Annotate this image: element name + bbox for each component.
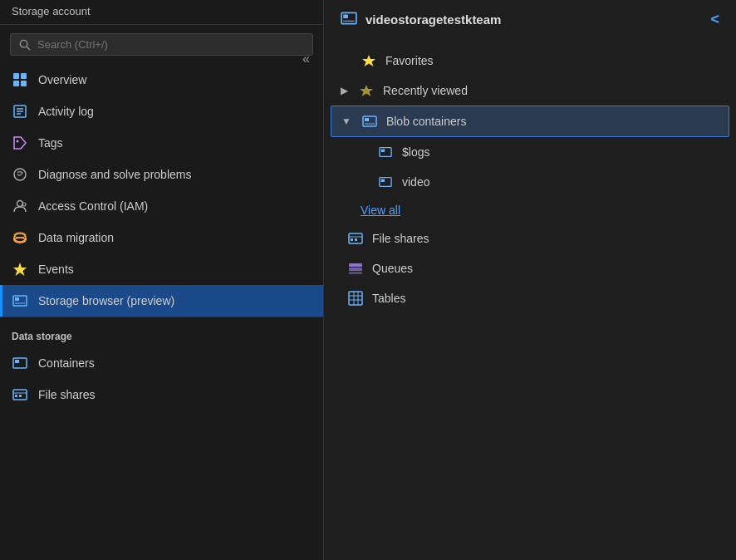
tree-item-logs[interactable]: $logs [324,137,736,167]
sidebar-item-overview[interactable]: Overview [0,64,323,96]
tree-item-tables-label: Tables [372,292,405,305]
tree-item-tables[interactable]: Tables [324,283,736,313]
tree-item-file-shares-label: File shares [372,232,429,245]
sidebar-item-storage-browser[interactable]: Storage browser (preview) [0,285,323,317]
svg-rect-41 [381,179,385,182]
sidebar-item-events[interactable]: Events [0,253,323,285]
search-input[interactable] [37,38,304,51]
tree-item-recently-viewed-label: Recently viewed [383,84,468,97]
sidebar-item-access-control-label: Access Control (IAM) [38,199,148,213]
activitylog-icon [12,103,28,120]
panel-title-icon [341,10,357,29]
chevron-down-icon: ▼ [341,115,351,127]
tree-item-favorites[interactable]: Favorites [324,46,736,76]
svg-rect-5 [21,81,27,86]
svg-marker-20 [13,263,27,276]
sidebar-item-containers[interactable]: Containers [0,347,323,379]
sidebar-item-diagnose-label: Diagnose and solve problems [38,168,191,181]
tree-item-video[interactable]: video [324,167,736,197]
queues-icon [347,260,364,277]
fileshares-tree-icon [347,230,364,247]
tree-item-logs-label: $logs [402,145,429,159]
sidebar-item-diagnose[interactable]: Diagnose and solve problems [0,159,323,190]
collapse-button[interactable]: « [297,48,315,70]
sidebar: Storage account « Overview [0,0,324,560]
tree-item-file-shares[interactable]: File shares [324,224,736,253]
sidebar-title: Storage account [0,0,323,25]
diagnose-icon [12,166,28,183]
svg-rect-4 [13,81,19,86]
video-icon [377,174,394,190]
favorites-icon [361,52,377,69]
access-icon [12,198,28,214]
tree-item-video-label: video [402,175,429,189]
tags-icon [12,135,28,151]
svg-rect-40 [380,178,391,187]
svg-rect-46 [349,263,362,267]
sidebar-item-activity-log[interactable]: Activity log [0,96,323,127]
search-icon [19,39,31,51]
svg-rect-21 [13,296,27,306]
migration-icon [12,229,28,246]
svg-rect-25 [15,360,19,363]
svg-marker-10 [14,137,26,149]
sidebar-item-tags[interactable]: Tags [0,127,323,159]
tree-list: Favorites ▶ Recently viewed ▼ Blob c [324,39,736,320]
sidebar-item-storage-browser-label: Storage browser (preview) [38,294,174,307]
svg-rect-28 [15,395,17,397]
svg-point-12 [14,169,26,180]
right-panel: videostoragetestkteam < Favorites ▶ Rece… [324,0,736,560]
svg-line-1 [27,47,30,50]
sidebar-item-data-migration[interactable]: Data migration [0,222,323,253]
sidebar-item-activity-log-label: Activity log [38,105,94,118]
events-icon [12,261,28,278]
svg-rect-44 [351,238,353,241]
search-box[interactable] [10,33,313,56]
svg-rect-45 [355,238,357,241]
tree-item-queues-label: Queues [372,262,413,275]
sidebar-item-access-control[interactable]: Access Control (IAM) [0,190,323,222]
tree-item-recently-viewed[interactable]: ▶ Recently viewed [324,76,736,106]
view-all-item: View all [324,197,736,224]
sidebar-item-containers-label: Containers [38,356,95,370]
tree-item-queues[interactable]: Queues [324,253,736,283]
sidebar-item-data-migration-label: Data migration [38,231,114,244]
panel-title: videostoragetestkteam [341,10,501,29]
svg-point-11 [17,140,19,143]
svg-rect-3 [21,73,27,79]
chevron-right-icon: ▶ [341,85,348,96]
back-button[interactable]: < [710,11,719,28]
sidebar-item-overview-label: Overview [38,73,86,86]
svg-rect-47 [349,268,362,271]
svg-marker-33 [362,55,375,66]
svg-rect-35 [363,116,376,126]
tree-item-favorites-label: Favorites [385,54,434,67]
svg-rect-30 [341,12,356,23]
sidebar-item-file-shares[interactable]: File shares [0,379,323,410]
tables-icon [347,290,364,307]
panel-header: videostoragetestkteam < [324,0,736,39]
svg-rect-31 [343,15,348,18]
sidebar-item-tags-label: Tags [38,136,63,150]
overview-icon [12,71,28,88]
svg-rect-39 [381,149,385,152]
svg-marker-34 [360,85,373,96]
blob-icon [361,113,378,130]
nav-list: Overview Activity log Tags [0,64,323,560]
recentlyviewed-icon [358,82,375,99]
storage-icon [12,292,28,309]
svg-point-13 [17,201,23,207]
view-all-link[interactable]: View all [324,197,736,224]
tree-item-blob-containers[interactable]: ▼ Blob containers [331,106,729,137]
svg-rect-22 [15,297,19,301]
svg-rect-2 [13,73,19,79]
logs-icon [377,144,394,160]
data-storage-section-label: Data storage [0,317,323,347]
svg-rect-36 [365,118,369,121]
svg-rect-29 [19,395,22,397]
sidebar-item-events-label: Events [38,263,74,276]
sidebar-item-file-shares-label: File shares [38,388,95,401]
svg-rect-48 [349,272,362,274]
tree-item-blob-containers-label: Blob containers [386,115,467,128]
panel-title-text: videostoragetestkteam [366,12,501,27]
